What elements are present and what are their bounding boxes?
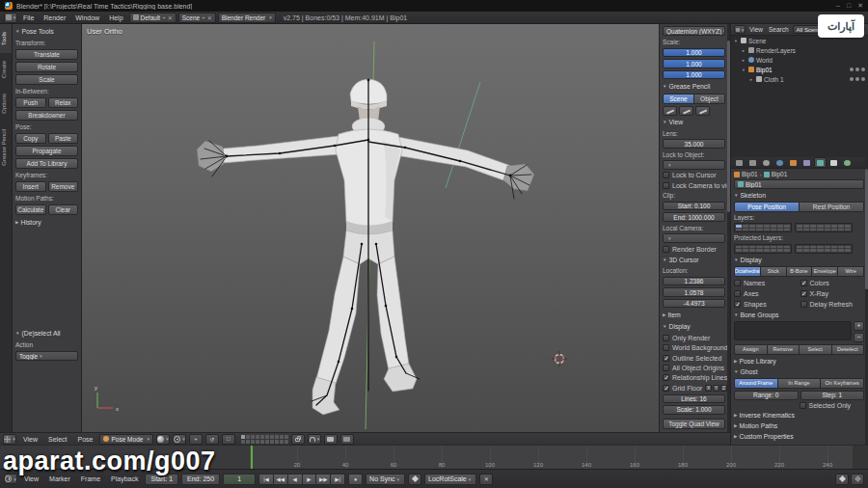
layer-dot[interactable] [749,225,755,228]
add-group-icon[interactable]: + [854,321,864,331]
axis-y-toggle[interactable]: Y [713,385,719,392]
layer-dot[interactable] [825,229,830,231]
layer-dot[interactable] [784,225,790,228]
layer-dot[interactable] [803,246,809,249]
cursor-x-field[interactable]: 1.2386 [663,277,725,285]
display-octahedral-button[interactable]: Octahedral [734,266,761,277]
layer-dot[interactable] [845,229,851,231]
viewport-layer-dot[interactable] [260,440,264,444]
layer-dot[interactable] [831,225,837,228]
ghost-step-field[interactable]: Step: 1 [800,391,865,400]
bone-groups-list[interactable] [734,321,852,340]
layer-dot[interactable] [777,225,783,228]
outliner-editor-icon[interactable] [734,25,746,34]
delay-refresh-checkbox[interactable]: Delay Refresh [800,300,865,309]
protected-layers-grid[interactable] [734,244,792,254]
ghost-range-field[interactable]: Range: 0 [734,391,799,400]
layer-dot[interactable] [831,249,837,252]
insert-keyframe-button[interactable]: Insert [15,181,46,192]
layer-dot[interactable] [736,249,742,252]
calculate-paths-button[interactable]: Calculate [15,204,46,215]
viewport-editor-type-icon[interactable] [3,434,16,445]
toggle-quad-view-button[interactable]: Toggle Quad View [663,419,725,429]
push-button[interactable]: Push [15,97,46,108]
display-wire-button[interactable]: Wire [838,266,864,277]
tab-scene-icon[interactable] [760,157,773,168]
layer-dot[interactable] [764,249,770,252]
layer-dot[interactable] [777,249,783,252]
sync-mode-select[interactable]: No Sync [366,474,405,485]
layer-dot[interactable] [736,229,742,231]
hide-icon[interactable] [850,77,854,81]
outliner-menu-search[interactable]: Search [767,26,791,33]
outliner-row-renderlayers[interactable]: ▸ RenderLayers [731,45,868,55]
layer-dot[interactable] [831,246,837,249]
lock-to-cursor-checkbox[interactable]: Lock to Cursor [663,172,725,179]
assign-button[interactable]: Assign [734,344,768,355]
minimize-icon[interactable] [836,2,840,10]
layer-dot[interactable] [771,225,776,228]
layout-close-icon[interactable]: ✕ [168,14,173,21]
layer-dot[interactable] [756,249,762,252]
motion-paths-panel-header[interactable]: Motion Paths [734,421,864,430]
next-keyframe-icon[interactable]: ▶▶ [316,474,331,485]
layer-dot[interactable] [771,229,776,231]
scale-z-field[interactable]: 1.000 [663,70,725,79]
layer-dot[interactable] [817,225,823,228]
display-envelope-button[interactable]: Envelope [812,266,838,277]
local-camera-field[interactable] [663,233,725,242]
viewport-3d[interactable]: x y User Ortho [82,24,659,432]
colors-checkbox[interactable]: Colors [800,279,865,287]
ghost-around-frame-button[interactable]: Around Frame [734,378,778,389]
layer-dot[interactable] [797,229,802,231]
redo-action-select[interactable]: Toggle [15,351,78,361]
layer-dot[interactable] [749,249,755,252]
jump-to-start-icon[interactable]: |◀ [258,474,274,485]
grease-object-button[interactable]: Object [694,94,725,104]
viewport-layer-dot[interactable] [285,435,288,439]
menu-help[interactable]: Help [105,14,126,21]
layer-dot[interactable] [825,249,830,252]
layer-dot[interactable] [845,249,851,252]
delete-keyframe-icon[interactable] [851,474,864,485]
armature-layers-grid[interactable] [734,223,792,232]
all-object-origins-checkbox[interactable]: All Object Origins [663,364,725,371]
manipulator-rotate-icon[interactable]: ↺ [205,434,219,445]
timeline-menu-playback[interactable]: Playback [107,475,142,482]
viewport-layer-dot[interactable] [241,440,245,444]
maximize-icon[interactable] [847,2,851,10]
layer-dot[interactable] [749,229,755,231]
tab-grease-pencil[interactable]: Grease Pencil [0,122,12,174]
info-editor-type-icon[interactable] [4,13,17,23]
axes-checkbox[interactable]: Axes [734,289,799,298]
viewport-layer-dot[interactable] [275,435,279,439]
clip-end-field[interactable]: End: 1000.000 [663,212,725,221]
pose-library-panel-header[interactable]: Pose Library [734,357,864,366]
tab-create[interactable]: Create [0,53,12,86]
layer-dot[interactable] [771,249,776,252]
timeline-menu-frame[interactable]: Frame [77,475,104,482]
display-panel-header[interactable]: Display [663,322,725,332]
viewport-layer-dot[interactable] [270,435,274,439]
scale-y-field[interactable]: 1.000 [663,59,725,68]
clip-start-field[interactable]: Start: 0.100 [663,202,725,210]
breakdowner-button[interactable]: Breakdowner [15,110,78,121]
bone-groups-panel-header[interactable]: Bone Groups [734,311,864,319]
viewport-layer-dot[interactable] [256,440,259,444]
world-background-checkbox[interactable]: World Background [663,343,725,351]
renderable-icon[interactable] [861,68,865,71]
redo-panel-header[interactable]: (De)select All [15,328,78,339]
inverse-kinematics-panel-header[interactable]: Inverse Kinematics [734,411,864,420]
armature-name-field[interactable]: Bip01 [734,179,864,188]
layer-dot[interactable] [810,249,816,252]
layout-add-icon[interactable]: + [162,14,166,20]
layer-dot[interactable] [810,246,816,249]
grid-scale-field[interactable]: Scale: 1.000 [663,405,725,414]
render-border-checkbox[interactable]: Render Border [663,245,725,253]
tab-constraints-icon[interactable] [800,157,813,168]
layer-dot[interactable] [743,229,748,231]
keying-set-select[interactable]: LocRotScale [424,474,476,485]
opengl-render-anim-icon[interactable] [340,434,354,445]
scale-x-field[interactable]: 1.000 [663,48,725,57]
timeline-menu-view[interactable]: View [20,475,42,482]
